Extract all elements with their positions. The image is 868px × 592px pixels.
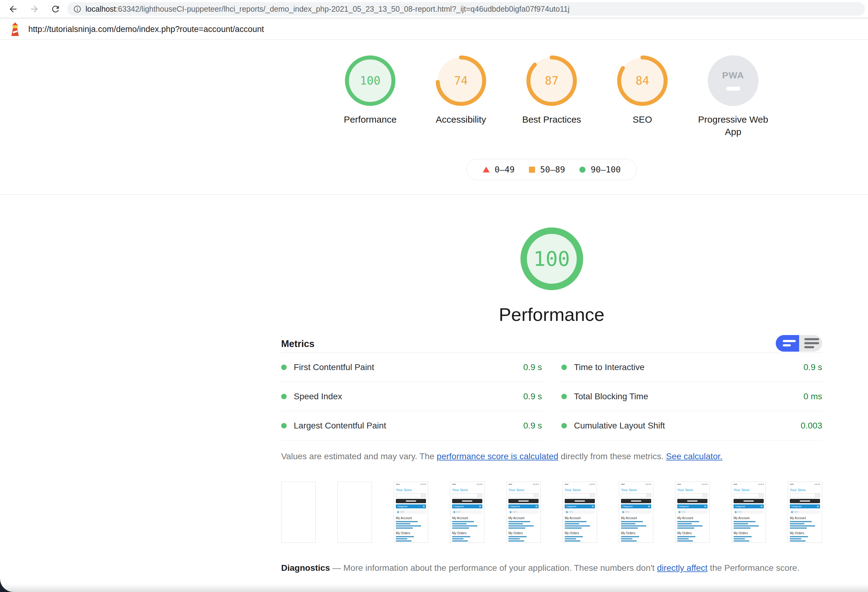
mini-categories-label: Categories [566,505,576,508]
back-icon[interactable] [8,4,18,14]
mini-orders-links [621,536,651,543]
metrics-title: Metrics [281,339,314,349]
metric-name: Total Blocking Time [574,392,796,401]
mini-categories-label: Categories [679,505,689,508]
pass-dot-icon [561,365,567,370]
mini-search-button [815,493,820,497]
metric-name: Largest Contentful Paint [294,421,516,431]
mini-heading-orders: My Orders [621,532,651,535]
score-legend: 0–49 50–89 90–100 [466,159,637,180]
address-bar[interactable]: localhost:63342/lighthouseCI-puppeteer/l… [67,2,865,16]
mini-menu-icon [536,506,537,507]
best-practices-label: Best Practices [522,113,581,126]
mini-status-bar [452,483,482,485]
score-calculation-link[interactable]: performance score is calculated [437,452,558,461]
reload-icon[interactable] [50,4,61,14]
mini-breadcrumb [677,510,707,514]
filmstrip-thumbnail: Your Store Categories My Account My Orde… [619,482,653,543]
tested-page-url[interactable]: http://tutorialsninja.com/demo/index.php… [28,25,264,34]
mini-categories-bar: Categories [452,504,482,508]
lighthouse-icon [9,22,22,37]
mini-status-bar [508,483,539,485]
toggle-expanded-icon[interactable] [799,335,822,352]
mini-site-title: Your Store [396,488,426,492]
metrics-column-left: First Contentful Paint 0.9 s Speed Index… [281,353,542,440]
best-practices-score: 87 [526,55,577,106]
mini-orders-links [790,536,820,543]
mini-heading-account: My Account [734,516,764,520]
mini-categories-bar: Categories [508,504,539,508]
mini-heading-account: My Account [396,516,426,520]
legend-fail: 0–49 [483,165,515,174]
disclaimer-text: directly from these metrics. [558,452,666,461]
score-gauge-accessibility[interactable]: 74 Accessibility [416,55,506,138]
mini-search-box [452,493,482,497]
mini-account-links [677,521,707,529]
score-gauge-seo[interactable]: 84 SEO [597,55,688,138]
mini-cart-bar [508,499,539,503]
header-section-divider [0,194,868,194]
filmstrip-thumbnail: Your Store Categories My Account My Orde… [731,482,766,543]
diagnostics-text: More information about the performance o… [343,563,657,573]
seo-gauge-ring: 84 [617,55,668,106]
info-icon[interactable] [73,5,81,13]
filmstrip-thumbnail: Your Store Categories My Account My Orde… [562,482,597,543]
mini-categories-bar: Categories [677,504,707,508]
metric-row-tbt: Total Blocking Time 0 ms [561,382,822,411]
disclaimer-text: Values are estimated and may vary. The [281,452,437,461]
mini-breadcrumb [565,510,595,514]
mini-categories-bar: Categories [396,504,426,508]
metric-row-lcp: Largest Contentful Paint 0.9 s [281,411,542,440]
mini-status-bar [790,483,820,485]
mini-categories-label: Categories [510,505,520,508]
mini-status-bar [734,483,764,485]
mini-site-title: Your Store [677,488,707,492]
metric-value: 0.003 [801,421,822,431]
metric-name: Speed Index [294,392,516,401]
category-scores-row: 100 Performance 74 Accessibility 87 [281,55,822,138]
mini-account-links [565,521,595,529]
mini-search-button [703,493,707,497]
mini-cart-bar [452,499,482,503]
mini-site-title: Your Store [790,488,820,492]
mini-account-links [452,521,482,529]
metrics-disclaimer: Values are estimated and may vary. The p… [281,450,822,462]
mini-categories-bar: Categories [565,504,595,508]
mini-breadcrumb [396,510,426,514]
diagnostics-text: the Performance score. [707,563,799,573]
mini-heading-orders: My Orders [396,532,426,535]
score-gauge-performance[interactable]: 100 Performance [325,55,416,138]
mini-site-title: Your Store [565,488,595,492]
legend-fail-range: 0–49 [495,165,515,174]
metric-value: 0.9 s [803,362,822,372]
mini-categories-bar: Categories [734,504,764,508]
filmstrip-thumbnail: Your Store Categories My Account My Orde… [675,482,710,543]
mini-cart-bar [565,499,595,503]
seo-label: SEO [633,113,652,126]
mini-search-box [565,493,595,497]
score-gauge-pwa[interactable]: PWA Progressive Web App [688,55,778,138]
mini-search-button [590,493,595,497]
pass-dot-icon [281,365,287,370]
metrics-view-toggle[interactable] [776,335,822,352]
filmstrip-thumbnail-blank [281,482,316,543]
mini-cart-bar [677,499,707,503]
mini-heading-orders: My Orders [734,532,764,535]
filmstrip-thumbnail: Your Store Categories My Account My Orde… [394,482,428,543]
directly-affect-link[interactable]: directly affect [657,563,707,573]
mini-menu-icon [648,506,650,507]
mini-menu-icon [704,506,706,507]
best-practices-gauge-ring: 87 [526,55,577,106]
mini-heading-account: My Account [677,516,707,520]
toggle-condensed-icon[interactable] [776,335,799,352]
filmstrip-thumbnail: Your Store Categories My Account My Orde… [788,482,822,543]
pass-dot-icon [561,423,567,429]
address-url: localhost:63342/lighthouseCI-puppeteer/l… [86,4,570,13]
forward-icon[interactable] [29,4,39,14]
score-gauge-best-practices[interactable]: 87 Best Practices [506,55,597,138]
see-calculator-link[interactable]: See calculator. [666,452,722,461]
mini-cart-bar [734,499,764,503]
legend-pass-range: 90–100 [590,165,621,174]
mini-heading-orders: My Orders [790,532,820,535]
metric-name: Time to Interactive [574,362,796,372]
